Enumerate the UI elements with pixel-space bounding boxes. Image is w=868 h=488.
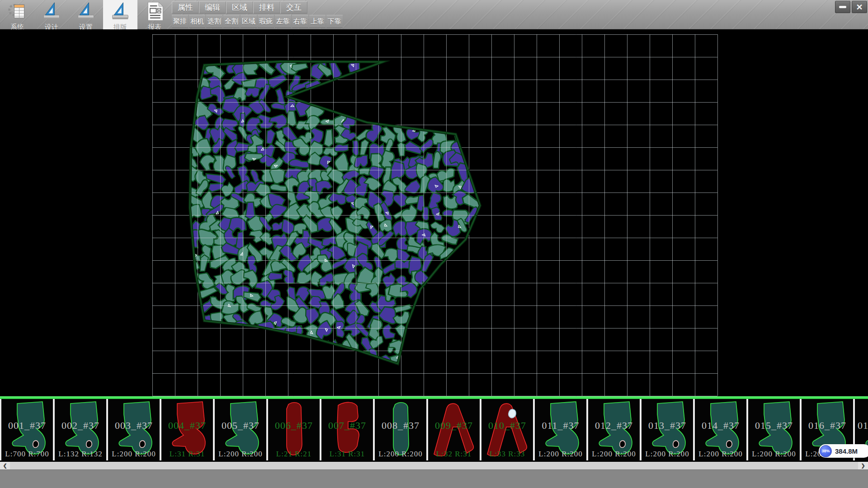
window-controls: ✕ bbox=[835, 1, 867, 13]
minimize-button[interactable] bbox=[835, 1, 850, 13]
piece-id-label: 017_#37 bbox=[855, 420, 868, 432]
app-window: 系统设计设置排版报表 属性编辑区域排料交互 聚排相机选割全割区域瑕疵左靠右靠上靠… bbox=[0, 0, 868, 488]
strip-cell-013_#37[interactable]: 013_#37L:200 R:200 bbox=[642, 399, 693, 460]
tool-button-cluster-nest[interactable]: 聚排 bbox=[172, 15, 188, 28]
tool-button-align-right[interactable]: 右靠 bbox=[292, 15, 308, 28]
piece-id-label: 016_#37 bbox=[802, 420, 853, 432]
strip-cell-015_#37[interactable]: 015_#37L:200 R:200 bbox=[748, 399, 800, 460]
piece-id-label: 012_#37 bbox=[588, 420, 640, 432]
tool-button-defect[interactable]: 瑕疵 bbox=[258, 15, 274, 28]
close-icon: ✕ bbox=[856, 3, 863, 11]
nav-tab-report[interactable]: 报表 bbox=[137, 0, 172, 29]
piece-id-label: 001_#37 bbox=[1, 420, 53, 432]
strip-cell-009_#37[interactable]: 009_#37L:32 R:31 bbox=[428, 399, 480, 460]
setsquare-icon bbox=[42, 1, 61, 23]
piece-lr-count: L:32 R:31 bbox=[428, 450, 480, 459]
strip-cell-003_#37[interactable]: 003_#37L:200 R:200 bbox=[108, 399, 160, 460]
nesting-canvas[interactable] bbox=[0, 29, 868, 396]
piece-lr-count: L:200 R:200 bbox=[108, 450, 160, 459]
piece-id-label: 004_#37 bbox=[161, 420, 213, 432]
tool-button-camera[interactable]: 相机 bbox=[189, 15, 205, 28]
piece-lr-count: L:200 R:200 bbox=[695, 450, 746, 459]
tool-row: 聚排相机选割全割区域瑕疵左靠右靠上靠下靠 bbox=[172, 15, 343, 28]
strip-cell-010_#37[interactable]: 010_#37L:33 R:33 bbox=[481, 399, 533, 460]
setsquare-icon bbox=[76, 1, 96, 23]
piece-id-label: 008_#37 bbox=[375, 420, 426, 432]
piece-id-label: 014_#37 bbox=[695, 420, 746, 432]
piece-lr-count: L:31 R:31 bbox=[161, 450, 213, 459]
tool-button-select-cut[interactable]: 选割 bbox=[206, 15, 222, 28]
piece-lr-count: L:200 R:200 bbox=[642, 450, 693, 459]
tool-button-align-top[interactable]: 上靠 bbox=[309, 15, 326, 28]
nav-tabs: 系统设计设置排版报表 bbox=[0, 0, 172, 29]
menu-stack: 属性编辑区域排料交互 聚排相机选割全割区域瑕疵左靠右靠上靠下靠 bbox=[172, 0, 343, 28]
piece-lr-count: L:200 R:200 bbox=[588, 450, 640, 459]
strip-cell-006_#37[interactable]: 006_#37L:21 R:21 bbox=[268, 399, 320, 460]
piece-lr-count: L:700 R:700 bbox=[1, 450, 53, 459]
strip-cell-005_#37[interactable]: 005_#37L:200 R:200 bbox=[215, 399, 266, 460]
menu-tab-interactive[interactable]: 交互 bbox=[280, 1, 307, 14]
scroll-right-button[interactable]: ❯ bbox=[858, 462, 868, 469]
tool-button-cut-all[interactable]: 全割 bbox=[223, 15, 240, 28]
horizontal-scrollbar[interactable]: ❮ ❯ bbox=[0, 462, 868, 469]
piece-lr-count: L:132 R:132 bbox=[55, 450, 106, 459]
progress-badge: 38% 384.8M bbox=[819, 444, 868, 458]
tool-button-align-bottom[interactable]: 下靠 bbox=[326, 15, 343, 28]
piece-id-label: 007_#37 bbox=[321, 420, 373, 432]
strip-cell-007_#37[interactable]: 007_#37L:31 R:31 bbox=[321, 399, 373, 460]
strip-cell-001_#37[interactable]: 001_#37L:700 R:700 bbox=[1, 399, 53, 460]
strip-cell-002_#37[interactable]: 002_#37L:132 R:132 bbox=[55, 399, 106, 460]
status-bar bbox=[0, 469, 868, 488]
piece-id-label: 011_#37 bbox=[535, 420, 586, 432]
piece-cells: 001_#37L:700 R:700002_#37L:132 R:132003_… bbox=[0, 399, 868, 460]
progress-percent: 38% bbox=[821, 449, 830, 453]
piece-id-label: 013_#37 bbox=[642, 420, 693, 432]
piece-id-label: 002_#37 bbox=[55, 420, 106, 432]
scroll-left-button[interactable]: ❮ bbox=[0, 462, 10, 469]
piece-id-label: 005_#37 bbox=[215, 420, 266, 432]
piece-id-label: 010_#37 bbox=[481, 420, 533, 432]
system-icon bbox=[7, 1, 27, 23]
strip-cell-011_#37[interactable]: 011_#37L:200 R:200 bbox=[535, 399, 586, 460]
menu-tab-edit[interactable]: 编辑 bbox=[199, 1, 226, 14]
report-icon bbox=[145, 1, 165, 23]
piece-id-label: 009_#37 bbox=[428, 420, 480, 432]
tool-button-region[interactable]: 区域 bbox=[241, 15, 257, 28]
nav-tab-settings[interactable]: 设置 bbox=[69, 0, 103, 29]
piece-lr-count: L:31 R:31 bbox=[321, 450, 373, 459]
strip-cell-008_#37[interactable]: 008_#37L:200 R:200 bbox=[375, 399, 426, 460]
strip-cell-004_#37[interactable]: 004_#37L:31 R:31 bbox=[161, 399, 213, 460]
piece-id-label: 006_#37 bbox=[268, 420, 320, 432]
piece-strip: 001_#37L:700 R:700002_#37L:132 R:132003_… bbox=[0, 396, 868, 462]
menu-tab-nesting[interactable]: 排料 bbox=[253, 1, 280, 14]
setsquare-icon bbox=[110, 1, 130, 23]
minimize-icon bbox=[839, 6, 846, 8]
piece-lr-count: L:200 R:200 bbox=[215, 450, 266, 459]
memory-usage: 384.8M bbox=[835, 447, 858, 455]
main-toolbar: 系统设计设置排版报表 属性编辑区域排料交互 聚排相机选割全割区域瑕疵左靠右靠上靠… bbox=[0, 0, 868, 29]
menu-tab-properties[interactable]: 属性 bbox=[172, 1, 199, 14]
piece-lr-count: L:21 R:21 bbox=[268, 450, 320, 459]
piece-lr-count: L:200 R:200 bbox=[535, 450, 586, 459]
strip-cell-012_#37[interactable]: 012_#37L:200 R:200 bbox=[588, 399, 640, 460]
progress-percent-circle: 38% bbox=[820, 445, 832, 457]
tool-button-align-left[interactable]: 左靠 bbox=[275, 15, 291, 28]
strip-cell-014_#37[interactable]: 014_#37L:200 R:200 bbox=[695, 399, 746, 460]
nav-tab-system[interactable]: 系统 bbox=[0, 0, 34, 29]
piece-id-label: 015_#37 bbox=[748, 420, 800, 432]
piece-id-label: 003_#37 bbox=[108, 420, 160, 432]
menu-tab-region[interactable]: 区域 bbox=[226, 1, 253, 14]
piece-lr-count: L:33 R:33 bbox=[481, 450, 533, 459]
piece-lr-count: L:200 R:200 bbox=[375, 450, 426, 459]
piece-lr-count: L:200 R:200 bbox=[748, 450, 800, 459]
nav-tab-design[interactable]: 设计 bbox=[34, 0, 69, 29]
menu-row: 属性编辑区域排料交互 bbox=[172, 1, 343, 14]
nav-tab-layout[interactable]: 排版 bbox=[103, 0, 137, 29]
close-button[interactable]: ✕ bbox=[852, 1, 867, 13]
